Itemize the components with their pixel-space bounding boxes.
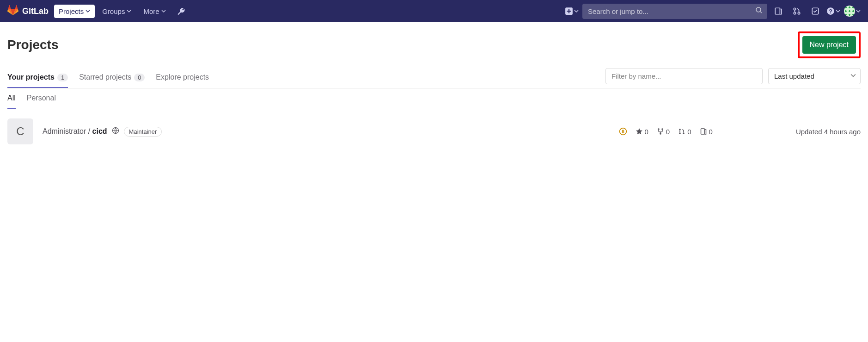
issues-icon[interactable] [771, 4, 786, 19]
forks-count: 0 [666, 128, 670, 136]
tab-starred-projects[interactable]: Starred projects 0 [79, 68, 145, 88]
brand[interactable]: GitLab [7, 5, 49, 18]
help-dropdown[interactable]: ? [826, 7, 840, 15]
chevron-down-icon [856, 9, 861, 13]
project-name[interactable]: cicd [92, 127, 107, 135]
tab-starred-count: 0 [134, 74, 145, 81]
nav-groups[interactable]: Groups [98, 5, 136, 18]
nav-projects[interactable]: Projects [54, 5, 95, 18]
globe-icon [112, 127, 119, 136]
svg-rect-2 [775, 8, 780, 14]
search-input[interactable] [582, 4, 767, 19]
svg-rect-19 [701, 129, 704, 134]
issues-count: 0 [709, 128, 713, 136]
user-avatar [844, 6, 855, 17]
chevron-down-icon [86, 9, 90, 13]
brand-text: GitLab [22, 6, 49, 16]
filter-by-name-input[interactable] [605, 68, 763, 84]
tab-explore-label: Explore projects [156, 73, 209, 81]
gitlab-logo-icon [7, 5, 18, 18]
project-avatar: C [7, 118, 33, 144]
svg-point-17 [679, 132, 681, 134]
subtab-personal[interactable]: Personal [27, 88, 56, 109]
create-new-dropdown[interactable] [565, 7, 579, 15]
tab-your-projects-count: 1 [57, 74, 68, 81]
pipeline-status-icon[interactable] [619, 127, 627, 136]
project-stats: 0 0 0 0 [619, 127, 713, 136]
project-namespace[interactable]: Administrator / [43, 127, 92, 135]
svg-rect-12 [623, 130, 624, 133]
chevron-down-icon [836, 9, 840, 13]
svg-point-3 [794, 8, 796, 10]
project-role-badge: Maintainer [124, 127, 162, 137]
nav-right: ? [565, 4, 861, 19]
new-project-button[interactable]: New project [802, 36, 856, 54]
page-title: Projects [7, 37, 59, 52]
admin-wrench-icon[interactable] [173, 4, 188, 19]
svg-point-5 [798, 12, 800, 14]
project-main: Administrator / cicd Maintainer [43, 127, 162, 137]
nav-left: Projects Groups More [54, 4, 188, 19]
tab-explore-projects[interactable]: Explore projects [156, 68, 209, 88]
svg-point-4 [794, 12, 796, 14]
sort-select-wrap [768, 68, 861, 84]
nav-projects-label: Projects [59, 7, 84, 15]
highlight-annotation: New project [798, 31, 861, 58]
tab-controls [605, 68, 861, 88]
merge-requests-stat[interactable]: 0 [678, 128, 691, 136]
tab-your-projects-label: Your projects [7, 73, 55, 81]
merge-request-icon [678, 128, 685, 135]
subtab-all[interactable]: All [7, 88, 16, 109]
svg-point-15 [660, 133, 661, 135]
nav-groups-label: Groups [102, 7, 125, 15]
page-header: Projects New project [7, 31, 861, 58]
project-subtabs: All Personal [7, 88, 861, 109]
mr-count: 0 [687, 128, 691, 136]
merge-requests-icon[interactable] [789, 4, 804, 19]
forks-stat[interactable]: 0 [657, 128, 670, 136]
project-row[interactable]: C Administrator / cicd Maintainer 0 0 [7, 109, 861, 154]
issues-stat[interactable]: 0 [700, 128, 713, 136]
svg-point-1 [756, 7, 761, 12]
svg-rect-11 [622, 130, 623, 133]
sort-dropdown[interactable] [768, 68, 861, 84]
chevron-down-icon [161, 9, 166, 13]
stars-count: 0 [645, 128, 648, 136]
chevron-down-icon [574, 9, 579, 13]
svg-point-16 [679, 129, 681, 131]
nav-more[interactable]: More [139, 5, 170, 18]
stars-stat[interactable]: 0 [636, 128, 648, 136]
nav-more-label: More [143, 7, 159, 15]
todos-icon[interactable] [808, 4, 823, 19]
tab-your-projects[interactable]: Your projects 1 [7, 68, 68, 88]
top-navbar: GitLab Projects Groups More [0, 0, 868, 22]
svg-point-13 [658, 128, 660, 130]
project-updated: Updated 4 hours ago [796, 128, 861, 136]
plus-icon [565, 7, 573, 15]
page-content: Projects New project Your projects 1 Sta… [0, 22, 868, 154]
user-menu[interactable] [844, 6, 861, 17]
tab-starred-label: Starred projects [79, 73, 131, 81]
issues-icon [700, 128, 707, 135]
svg-point-18 [683, 132, 685, 134]
star-icon [636, 128, 643, 135]
help-icon: ? [826, 7, 835, 15]
search-icon[interactable] [755, 6, 763, 16]
search-wrap [582, 4, 767, 19]
svg-text:?: ? [829, 8, 832, 15]
chevron-down-icon [127, 9, 131, 13]
svg-point-14 [661, 128, 663, 130]
project-tabs: Your projects 1 Starred projects 0 Explo… [7, 68, 861, 88]
svg-point-10 [619, 128, 626, 135]
fork-icon [657, 128, 664, 135]
